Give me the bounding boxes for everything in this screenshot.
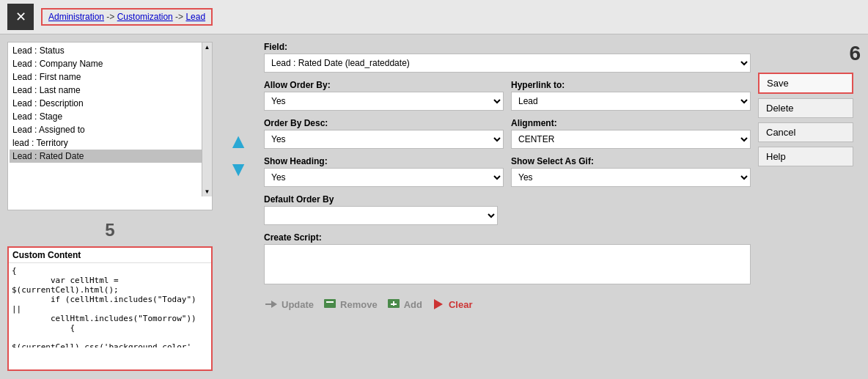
breadcrumb-lead[interactable]: Lead	[185, 12, 205, 22]
order-hyperlink-row: Allow Order By: Yes No Hyperlink to: Lea…	[264, 80, 751, 114]
default-order-select[interactable]: ASC DESC	[264, 206, 498, 225]
move-up-button[interactable]: ▲	[228, 131, 249, 152]
show-heading-row: Show Heading: Yes No	[264, 156, 504, 187]
show-gif-row: Show Select As Gif: Yes No	[511, 156, 751, 187]
order-desc-label: Order By Desc:	[264, 118, 504, 128]
clear-icon	[431, 298, 446, 311]
bottom-actions: Update Remove Add Clear	[264, 298, 751, 311]
move-down-button[interactable]: ▼	[228, 159, 249, 180]
breadcrumb-customization[interactable]: Customization	[117, 12, 173, 22]
show-heading-label: Show Heading:	[264, 156, 504, 166]
field-select[interactable]: Lead : Rated Date (lead_rateddate)	[264, 54, 751, 73]
allow-order-row: Allow Order By: Yes No	[264, 80, 504, 111]
order-desc-select[interactable]: Yes No	[264, 130, 504, 149]
heading-gif-row: Show Heading: Yes No Show Select As Gif:…	[264, 156, 751, 190]
step-right-label: 6	[758, 42, 861, 65]
delete-button[interactable]: Delete	[758, 98, 853, 118]
field-label: Field:	[264, 42, 751, 52]
svg-marker-7	[434, 299, 443, 309]
orderdesc-align-row: Order By Desc: Yes No Alignment: CENTER …	[264, 118, 751, 152]
add-button[interactable]: Add	[386, 298, 422, 311]
add-icon	[386, 298, 401, 311]
custom-content-box: Custom Content	[7, 246, 213, 371]
alignment-select[interactable]: CENTER LEFT RIGHT	[511, 130, 751, 149]
center-panel: Field: Lead : Rated Date (lead_rateddate…	[264, 42, 751, 371]
middle-arrows: ▲ ▼	[220, 0, 257, 371]
right-panel: 6 Save Delete Cancel Help	[758, 42, 861, 371]
show-gif-select[interactable]: Yes No	[511, 168, 751, 187]
main-area: Lead : StatusLead : Company NameLead : F…	[0, 34, 868, 378]
save-button[interactable]: Save	[758, 73, 853, 94]
breadcrumb: Administration -> Customization -> Lead	[41, 8, 213, 26]
update-button[interactable]: Update	[264, 298, 314, 311]
default-order-label: Default Order By	[264, 194, 751, 205]
alignment-label: Alignment:	[511, 118, 751, 128]
create-script-row: Create Script:	[264, 232, 751, 284]
update-icon	[264, 298, 279, 311]
allow-order-label: Allow Order By:	[264, 80, 504, 90]
custom-content-textarea[interactable]	[9, 263, 211, 347]
cancel-button[interactable]: Cancel	[758, 122, 853, 142]
custom-content-title: Custom Content	[9, 248, 211, 263]
header-bar: ✕ Administration -> Customization -> Lea…	[0, 0, 868, 34]
remove-icon	[323, 298, 337, 311]
logo-icon: ✕	[7, 4, 34, 30]
clear-button[interactable]: Clear	[431, 298, 473, 311]
help-button[interactable]: Help	[758, 147, 853, 166]
create-script-textarea[interactable]	[264, 244, 751, 284]
hyperlink-select[interactable]: Lead None	[511, 92, 751, 111]
svg-rect-6	[391, 303, 397, 305]
field-list-container: Lead : StatusLead : Company NameLead : F…	[7, 42, 213, 210]
field-list[interactable]: Lead : StatusLead : Company NameLead : F…	[8, 43, 212, 196]
show-gif-label: Show Select As Gif:	[511, 156, 751, 166]
step-left-label: 5	[7, 220, 213, 240]
field-row: Field: Lead : Rated Date (lead_rateddate…	[264, 42, 751, 73]
breadcrumb-admin[interactable]: Administration	[48, 12, 104, 22]
show-heading-select[interactable]: Yes No	[264, 168, 504, 187]
svg-rect-3	[326, 301, 334, 303]
hyperlink-row: Hyperlink to: Lead None	[511, 80, 751, 111]
default-order-row: Default Order By ASC DESC	[264, 194, 751, 225]
order-desc-row: Order By Desc: Yes No	[264, 118, 504, 149]
hyperlink-label: Hyperlink to:	[511, 80, 751, 90]
svg-rect-2	[324, 299, 336, 308]
allow-order-select[interactable]: Yes No	[264, 92, 504, 111]
remove-button[interactable]: Remove	[323, 298, 378, 311]
alignment-row: Alignment: CENTER LEFT RIGHT	[511, 118, 751, 149]
create-script-label: Create Script:	[264, 232, 751, 243]
left-panel: Lead : StatusLead : Company NameLead : F…	[7, 42, 213, 371]
svg-marker-1	[271, 301, 277, 308]
